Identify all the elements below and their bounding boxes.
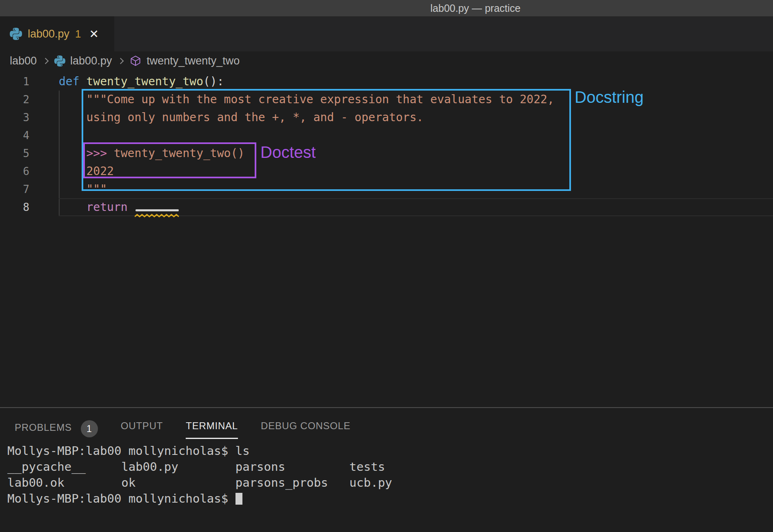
- chevron-right-icon: [118, 58, 124, 64]
- python-file-icon: [54, 55, 65, 66]
- doctest-annotation-label: Doctest: [260, 143, 316, 161]
- tab-problems[interactable]: PROBLEMS 1: [15, 420, 98, 442]
- terminal-text: Mollys-MBP:lab00 mollynicholas$ ls __pyc…: [7, 444, 392, 505]
- code-token: twenty_twenty_two: [86, 75, 203, 88]
- code-token: ():: [203, 75, 224, 88]
- code-token: def: [59, 75, 80, 88]
- docstring-annotation-label: Docstring: [575, 88, 644, 106]
- editor-tab-bar: lab00.py 1 ✕: [0, 16, 773, 51]
- line-number[interactable]: 6: [0, 162, 29, 180]
- line-number[interactable]: 7: [0, 180, 29, 198]
- tab-problem-badge: 1: [75, 28, 81, 40]
- terminal-cursor: [235, 493, 242, 505]
- panel-tab-bar: PROBLEMS 1 OUTPUT TERMINAL DEBUG CONSOLE: [0, 408, 773, 442]
- symbol-class-icon: [129, 55, 142, 67]
- tab-terminal-label: TERMINAL: [186, 420, 238, 439]
- chevron-right-icon: [42, 58, 49, 64]
- tab-problems-label: PROBLEMS: [15, 422, 72, 441]
- missing-expression-underline: [135, 209, 179, 211]
- breadcrumb-symbol[interactable]: twenty_twenty_two: [147, 55, 240, 67]
- tab-close-icon[interactable]: ✕: [89, 27, 99, 41]
- code-line[interactable]: 1 def twenty_twenty_two():: [0, 73, 773, 91]
- breadcrumb-file[interactable]: lab00.py: [70, 55, 112, 67]
- bottom-panel: PROBLEMS 1 OUTPUT TERMINAL DEBUG CONSOLE…: [0, 408, 773, 532]
- title-bar: lab00.py — practice: [0, 0, 773, 16]
- warning-squiggle-icon: [135, 212, 180, 219]
- breadcrumb: lab00 lab00.py twenty_twenty_two: [0, 51, 773, 70]
- line-number[interactable]: 5: [0, 144, 29, 162]
- code-text[interactable]: def twenty_twenty_two():: [59, 73, 773, 91]
- window-title: lab00.py — practice: [431, 0, 521, 16]
- tab-terminal[interactable]: TERMINAL: [186, 420, 238, 439]
- tab-output[interactable]: OUTPUT: [121, 420, 163, 439]
- code-line-current[interactable]: 8 return: [0, 198, 773, 216]
- line-number[interactable]: 8: [0, 198, 29, 216]
- code-token: [80, 75, 87, 88]
- line-number[interactable]: 2: [0, 91, 29, 109]
- line-number[interactable]: 3: [0, 109, 29, 126]
- line-number[interactable]: 4: [0, 126, 29, 144]
- tab-debug-console[interactable]: DEBUG CONSOLE: [261, 420, 351, 439]
- terminal-output[interactable]: Mollys-MBP:lab00 mollynicholas$ ls __pyc…: [7, 443, 392, 507]
- tab-lab00-py[interactable]: lab00.py 1 ✕: [0, 16, 114, 51]
- doctest-annotation-box: [83, 142, 256, 178]
- tab-debug-console-label: DEBUG CONSOLE: [261, 420, 351, 439]
- vscode-window: lab00.py — practice lab00.py 1 ✕ lab00 l…: [0, 0, 773, 532]
- problems-count-badge: 1: [81, 420, 98, 437]
- tab-filename: lab00.py: [28, 28, 69, 40]
- breadcrumb-folder[interactable]: lab00: [10, 55, 37, 67]
- code-editor[interactable]: 1 def twenty_twenty_two(): 2 """Come up …: [0, 70, 773, 407]
- tab-output-label: OUTPUT: [121, 420, 163, 439]
- line-number[interactable]: 1: [0, 73, 29, 91]
- code-token: return: [59, 200, 128, 214]
- python-file-icon: [10, 28, 22, 40]
